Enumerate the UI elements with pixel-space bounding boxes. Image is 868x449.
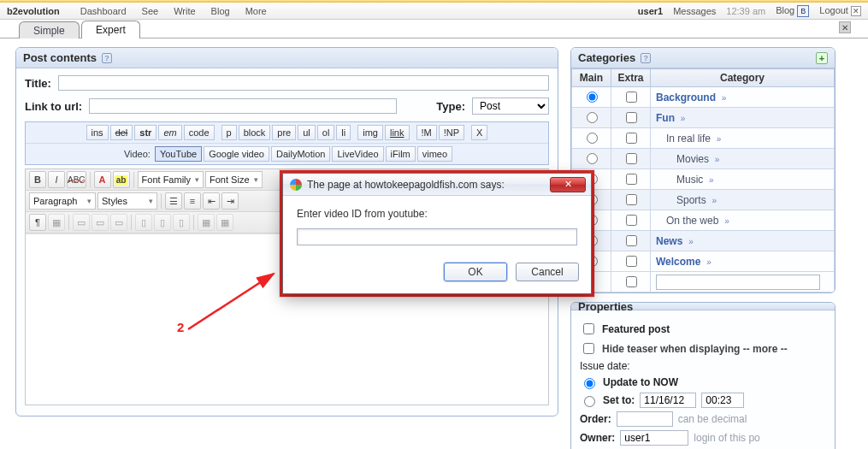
chrome-icon	[290, 179, 302, 191]
rte-italic-button[interactable]: I	[48, 171, 65, 188]
video-livevideo[interactable]: LiveVideo	[332, 146, 383, 162]
rte-row-before-button[interactable]: ▭	[73, 214, 90, 231]
rte-block-select[interactable]: Paragraph	[29, 192, 96, 210]
category-link[interactable]: Movies	[676, 153, 709, 165]
help-icon[interactable]: ?	[641, 53, 651, 63]
rte-outdent-button[interactable]: ⇤	[203, 192, 220, 210]
dialog-close-icon[interactable]: ✕	[550, 177, 586, 192]
main-cat-radio[interactable]	[587, 153, 598, 164]
tab-expert[interactable]: Expert	[81, 21, 140, 38]
main-cat-radio[interactable]	[587, 92, 598, 103]
rte-bold-button[interactable]: B	[29, 171, 46, 188]
qt-link[interactable]: link	[385, 125, 410, 140]
extra-cat-checkbox[interactable]	[626, 194, 637, 205]
dialog-ok-button[interactable]: OK	[444, 263, 507, 281]
hide-teaser-checkbox[interactable]	[583, 343, 594, 354]
dialog-input[interactable]	[297, 228, 577, 245]
rte-col-before-button[interactable]: ▯	[135, 214, 152, 231]
qt-del[interactable]: del	[110, 125, 133, 140]
category-link[interactable]: Music	[676, 174, 703, 186]
link-url-input[interactable]	[89, 98, 397, 114]
qt-np[interactable]: !NP	[439, 125, 464, 140]
video-vimeo[interactable]: vimeo	[417, 146, 452, 162]
qt-block[interactable]: block	[239, 125, 271, 140]
qt-img[interactable]: img	[357, 125, 383, 140]
extra-cat-checkbox[interactable]	[626, 215, 637, 226]
close-panel-icon[interactable]: ✕	[839, 21, 851, 33]
video-youtube[interactable]: YouTube	[155, 146, 202, 162]
messages-link[interactable]: Messages	[673, 6, 716, 16]
menu-blog[interactable]: Blog	[211, 6, 230, 16]
set-to-radio[interactable]	[584, 396, 595, 407]
category-link[interactable]: Welcome	[656, 256, 700, 268]
qt-ol[interactable]: ol	[317, 125, 335, 140]
category-link[interactable]: Background	[656, 92, 716, 103]
rte-spellcheck-button[interactable]: ABC	[67, 171, 86, 188]
menu-dashboard[interactable]: Dashboard	[80, 6, 127, 16]
extra-cat-checkbox[interactable]	[626, 174, 637, 185]
add-category-icon[interactable]: +	[816, 52, 828, 64]
rte-textcolor-button[interactable]: A	[94, 171, 111, 188]
extra-cat-checkbox[interactable]	[626, 133, 637, 144]
menu-write[interactable]: Write	[174, 6, 195, 16]
rte-ol-button[interactable]: ≡	[184, 192, 201, 210]
featured-checkbox[interactable]	[583, 323, 594, 334]
video-ifilm[interactable]: iFilm	[386, 146, 416, 162]
current-user[interactable]: user1	[638, 6, 663, 16]
update-now-radio[interactable]	[584, 378, 595, 389]
main-cat-radio[interactable]	[587, 112, 598, 123]
type-select[interactable]: Post	[472, 97, 549, 115]
extra-cat-checkbox[interactable]	[626, 112, 637, 123]
title-input[interactable]	[58, 75, 549, 91]
extra-cat-checkbox[interactable]	[626, 235, 637, 246]
order-input[interactable]	[617, 411, 673, 427]
rte-fontsize-select[interactable]: Font Size	[205, 171, 262, 188]
category-link[interactable]: Fun	[656, 112, 675, 124]
rte-delete-row-button[interactable]: ▭	[110, 214, 127, 231]
menu-more[interactable]: More	[245, 6, 267, 16]
main-cat-radio[interactable]	[587, 133, 598, 144]
extra-cat-checkbox[interactable]	[626, 92, 637, 103]
video-googlevideo[interactable]: Google video	[204, 146, 269, 162]
rte-ul-button[interactable]: ☰	[165, 192, 182, 210]
rte-styles-select[interactable]: Styles	[97, 192, 157, 210]
qt-em[interactable]: em	[158, 125, 181, 140]
qt-code[interactable]: code	[184, 125, 215, 140]
logout-link[interactable]: Logout ✕	[819, 5, 861, 16]
rte-highlight-button[interactable]: ab	[113, 171, 130, 188]
extra-cat-checkbox[interactable]	[626, 256, 637, 267]
qt-x[interactable]: X	[471, 125, 487, 140]
qt-p[interactable]: p	[221, 125, 237, 140]
extra-cat-checkbox[interactable]	[626, 153, 637, 164]
blog-link[interactable]: Blog B	[776, 5, 809, 17]
rte-delete-col-button[interactable]: ▯	[173, 214, 190, 231]
qt-str[interactable]: str	[134, 125, 156, 140]
category-link[interactable]: Sports	[676, 194, 706, 206]
tab-simple[interactable]: Simple	[19, 21, 80, 38]
rte-merge-button[interactable]: ▦	[198, 214, 215, 231]
rte-row-after-button[interactable]: ▭	[92, 214, 109, 231]
new-cat-extra-checkbox[interactable]	[626, 276, 637, 287]
qt-more[interactable]: !M	[416, 125, 437, 140]
rte-indent-button[interactable]: ⇥	[221, 192, 239, 210]
new-category-input[interactable]	[656, 275, 820, 290]
qt-ins[interactable]: ins	[86, 125, 109, 140]
category-link[interactable]: In real life	[666, 133, 711, 145]
rte-table-button[interactable]: ▦	[48, 214, 65, 231]
qt-li[interactable]: li	[336, 125, 351, 140]
rte-col-after-button[interactable]: ▯	[154, 214, 171, 231]
issue-date-input[interactable]	[640, 393, 696, 408]
qt-pre[interactable]: pre	[272, 125, 296, 140]
qt-ul[interactable]: ul	[298, 125, 316, 140]
rte-pilcrow-button[interactable]: ¶	[29, 214, 46, 231]
category-link[interactable]: News	[656, 235, 682, 247]
video-dailymotion[interactable]: DailyMotion	[271, 146, 330, 162]
rte-split-button[interactable]: ▦	[216, 214, 233, 231]
category-link[interactable]: On the web	[666, 215, 718, 227]
help-icon[interactable]: ?	[102, 53, 112, 63]
rte-fontfamily-select[interactable]: Font Family	[138, 171, 204, 188]
owner-input[interactable]	[620, 430, 688, 446]
menu-see[interactable]: See	[142, 6, 159, 16]
dialog-cancel-button[interactable]: Cancel	[516, 263, 579, 281]
issue-time-input[interactable]	[701, 393, 744, 408]
